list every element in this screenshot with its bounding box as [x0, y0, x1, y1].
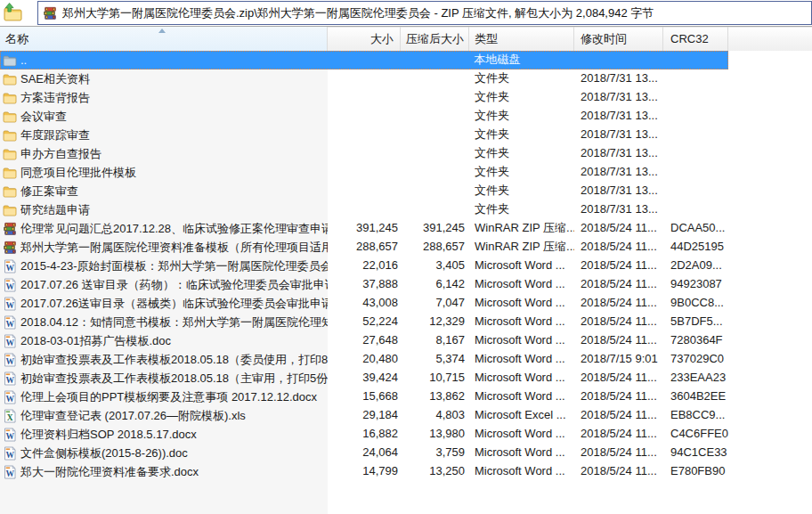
cell-crc32 [663, 144, 728, 163]
cell-type: 文件夹 [469, 163, 574, 182]
cell-modified: 2018/7/31 13... [574, 126, 663, 144]
file-name: 伦理常见问题汇总2017.12.28、临床试验修正案伦理审查申请... [20, 220, 328, 238]
table-row[interactable]: 研究结题申请文件夹2018/7/31 13... [0, 200, 728, 219]
cell-size [328, 163, 401, 182]
cell-modified: 2018/5/24 11... [574, 219, 663, 238]
cell-packed: 7,047 [401, 294, 469, 313]
table-row[interactable]: SAE相关资料文件夹2018/7/31 13... [0, 69, 728, 88]
cell-packed: 3,405 [401, 257, 469, 275]
cell-crc32: 3604B2EE [663, 388, 728, 406]
cell-type: 文件夹 [469, 69, 574, 88]
file-name: 伦理上会项目的PPT模板纲要及注意事项 2017.12.12.docx [20, 388, 317, 406]
svg-text:W: W [5, 375, 14, 384]
svg-text:W: W [5, 394, 14, 403]
cell-packed [401, 182, 469, 200]
table-row[interactable]: 方案违背报告文件夹2018/7/31 13... [0, 88, 728, 107]
file-name: 初始审查投票表及工作表模板2018.05.18（委员使用，打印8份... [20, 351, 328, 369]
parent-folder-icon [3, 53, 17, 68]
cell-type: Microsoft Word ... [469, 425, 574, 444]
cell-crc32: 94C1CE33 [663, 444, 728, 462]
folder-icon [3, 91, 17, 105]
table-row[interactable]: W2017.07.26送审目录（器械类）临床试验伦理委员会审批申请...43,0… [0, 294, 728, 313]
cell-packed [401, 126, 469, 144]
winrar-archive-window: 郑州大学第一附属医院伦理委员会.zip\郑州大学第一附属医院伦理委员会 - ZI… [0, 0, 812, 514]
cell-modified: 2018/7/31 13... [574, 200, 663, 219]
word-document-icon: W [3, 259, 17, 273]
file-name: 2015-4-23-原始封面模板：郑州大学第一附属医院伦理委员会... [20, 257, 328, 275]
column-header-type[interactable]: 类型 [469, 27, 574, 51]
table-row[interactable]: W2018.04.12：知情同意书模板：郑州大学第一附属医院伦理知...52,2… [0, 313, 728, 331]
folder-up-icon[interactable] [2, 2, 24, 24]
cell-modified: 2018/7/31 13... [574, 163, 663, 182]
address-bar[interactable]: 郑州大学第一附属医院伦理委员会.zip\郑州大学第一附属医院伦理委员会 - ZI… [37, 1, 812, 25]
file-name: 初始审查投票表及工作表模板2018.05.18（主审用，打印5份，... [20, 370, 328, 388]
svg-text:W: W [5, 300, 14, 309]
table-row[interactable]: 申办方自查报告文件夹2018/7/31 13... [0, 144, 728, 163]
file-name: .. [20, 53, 27, 69]
table-row[interactable]: W初始审查投票表及工作表模板2018.05.18（委员使用，打印8份...20,… [0, 350, 728, 369]
table-row[interactable]: X伦理审查登记表 (2017.07.26—附院模板).xls29,1844,80… [0, 406, 728, 425]
cell-modified: 2018/5/24 11... [574, 238, 663, 257]
cell-size [328, 182, 401, 200]
table-row[interactable]: 伦理常见问题汇总2017.12.28、临床试验修正案伦理审查申请...391,2… [0, 219, 728, 238]
zip-archive-icon [3, 222, 17, 236]
cell-type: 文件夹 [469, 200, 574, 219]
cell-crc32: DCAA50... [663, 219, 728, 238]
folder-icon [3, 203, 17, 217]
table-row[interactable]: W文件盒侧标模板(2015-8-26)).doc24,0643,759Micro… [0, 444, 728, 462]
archive-path-title: 郑州大学第一附属医院伦理委员会.zip\郑州大学第一附属医院伦理委员会 - ZI… [62, 5, 654, 21]
cell-size: 39,424 [328, 369, 401, 388]
table-row[interactable]: W伦理上会项目的PPT模板纲要及注意事项 2017.12.12.docx15,6… [0, 388, 728, 406]
column-header-modified[interactable]: 修改时间 [574, 27, 663, 51]
column-header-size[interactable]: 大小 [328, 27, 401, 51]
cell-type: 文件夹 [469, 126, 574, 144]
table-row[interactable]: 同意项目伦理批件模板文件夹2018/7/31 13... [0, 163, 728, 182]
svg-text:W: W [5, 338, 14, 347]
table-row[interactable]: 年度跟踪审查文件夹2018/7/31 13... [0, 126, 728, 144]
word-document-icon: W [3, 428, 17, 442]
cell-crc32: 44D25195 [663, 238, 728, 257]
cell-type: Microsoft Word ... [469, 313, 574, 331]
cell-size [328, 200, 401, 219]
cell-size: 20,480 [328, 350, 401, 369]
cell-type: Microsoft Word ... [469, 462, 574, 481]
table-row[interactable]: 会议审查文件夹2018/7/31 13... [0, 107, 728, 126]
table-row[interactable]: W伦理资料归档SOP 2018.5.17.docx16,88213,980Mic… [0, 425, 728, 444]
cell-crc32: E780FB90 [663, 462, 728, 481]
table-row[interactable]: W2018-03-01招募广告模板.doc27,6488,167Microsof… [0, 331, 728, 350]
cell-modified: 2018/5/24 11... [574, 406, 663, 425]
cell-size [328, 107, 401, 126]
cell-packed [401, 200, 469, 219]
svg-text:W: W [5, 356, 14, 365]
cell-crc32: 7280364F [663, 331, 728, 350]
file-name: 会议审查 [20, 108, 67, 126]
top-bar: 郑州大学第一附属医院伦理委员会.zip\郑州大学第一附属医院伦理委员会 - ZI… [0, 0, 812, 26]
column-header-crc32[interactable]: CRC32 [663, 27, 728, 51]
cell-size [328, 144, 401, 163]
word-document-icon: W [3, 465, 17, 479]
cell-size: 288,657 [328, 238, 401, 257]
table-row[interactable]: W2015-4-23-原始封面模板：郑州大学第一附属医院伦理委员会...22,0… [0, 257, 728, 275]
cell-packed [401, 163, 469, 182]
cell-size: 15,668 [328, 388, 401, 406]
table-row-selected[interactable]: ..本地磁盘 [0, 51, 728, 69]
cell-type: Microsoft Word ... [469, 331, 574, 350]
cell-size [328, 52, 401, 69]
word-document-icon: W [3, 371, 17, 386]
cell-type: WinRAR ZIP 压缩... [469, 219, 574, 238]
file-name: 2018.04.12：知情同意书模板：郑州大学第一附属医院伦理知... [20, 314, 328, 331]
cell-crc32: 94923087 [663, 275, 728, 294]
cell-size: 22,016 [328, 257, 401, 275]
table-row[interactable]: W初始审查投票表及工作表模板2018.05.18（主审用，打印5份，...39,… [0, 369, 728, 388]
table-row[interactable]: W2017.07.26 送审目录（药物）：临床试验伦理委员会审批申请...37,… [0, 275, 728, 294]
table-row[interactable]: 郑州大学第一附属医院伦理资料准备模板（所有伦理项目适用...288,657288… [0, 238, 728, 257]
cell-size: 37,888 [328, 275, 401, 294]
cell-modified: 2018/5/24 11... [574, 313, 663, 331]
column-header-filler [728, 27, 812, 51]
table-row[interactable]: 修正案审查文件夹2018/7/31 13... [0, 182, 728, 200]
column-header-packed[interactable]: 压缩后大小 [401, 27, 469, 51]
word-document-icon: W [3, 446, 17, 461]
table-row[interactable]: W郑大一附院伦理资料准备要求.docx14,79913,250Microsoft… [0, 462, 728, 481]
cell-type: 文件夹 [469, 88, 574, 107]
cell-crc32 [662, 52, 727, 69]
